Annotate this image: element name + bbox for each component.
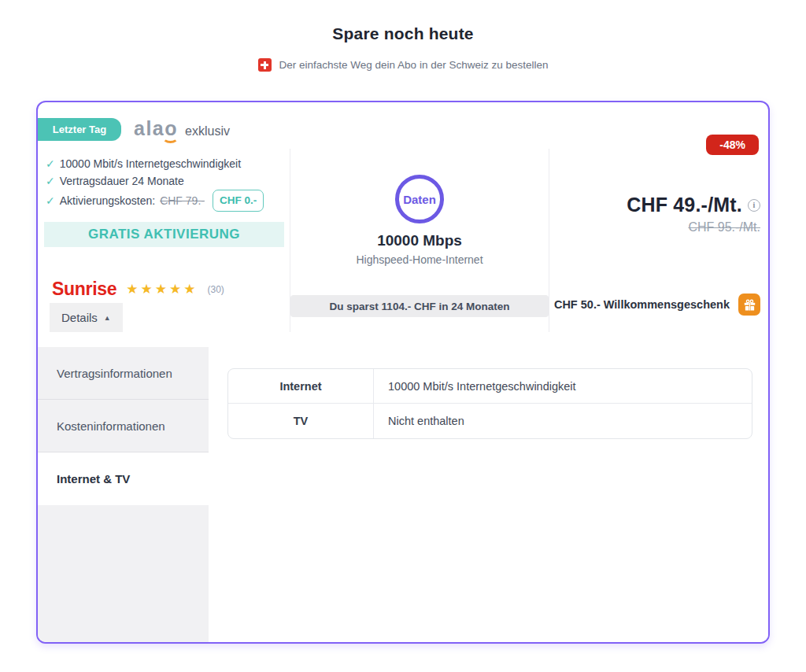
tab-kosteninformationen[interactable]: Kosteninformationen: [38, 400, 209, 452]
activation-old-price: CHF 79.-: [160, 192, 205, 209]
plan-description: Highspeed-Home-Internet: [356, 253, 482, 266]
feature-text: Aktivierungskosten:: [60, 192, 155, 209]
plan-column: Daten 10000 Mbps Highspeed-Home-Internet…: [290, 149, 549, 332]
feature-item-activation-cost: ✓ Aktivierungskosten: CHF 79.- CHF 0.-: [46, 190, 290, 212]
table-row-value: 10000 Mbit/s Internetgeschwindigkeit: [374, 369, 752, 403]
feature-item: ✓ Vertragsdauer 24 Monate: [46, 172, 290, 190]
table-row-label: Internet: [228, 369, 374, 403]
price-column: CHF 49.-/Mt. i CHF 95.-/Mt. CHF 50.- Wil…: [549, 149, 768, 332]
check-icon: ✓: [46, 192, 55, 209]
feature-column: ✓ 10000 Mbit/s Internetgeschwindigkeit ✓…: [38, 149, 290, 332]
plan-speed: 10000 Mbps: [377, 232, 462, 249]
offer-card-top: Letzter Tag alao exklusiv -48% ✓ 10000 M…: [38, 117, 768, 347]
page-subtitle-row: Der einfachste Weg dein Abo in der Schwe…: [0, 58, 806, 72]
details-table: Internet 10000 Mbit/s Internetgeschwindi…: [227, 368, 752, 439]
tabs-filler: [38, 505, 209, 644]
page-subtitle: Der einfachste Weg dein Abo in der Schwe…: [279, 59, 549, 71]
offer-columns: ✓ 10000 Mbit/s Internetgeschwindigkeit ✓…: [38, 149, 768, 332]
price-current: CHF 49.-/Mt.: [627, 194, 742, 216]
welcome-gift-row: CHF 50.- Willkommensgeschenk: [554, 294, 760, 316]
price-old: CHF 95.-/Mt.: [627, 220, 760, 234]
feature-item: ✓ 10000 Mbit/s Internetgeschwindigkeit: [46, 155, 290, 172]
feature-text: 10000 Mbit/s Internetgeschwindigkeit: [60, 155, 241, 172]
table-row: Internet 10000 Mbit/s Internetgeschwindi…: [228, 369, 752, 404]
gift-icon: [738, 294, 760, 316]
table-row: TV Nicht enthalten: [228, 404, 752, 438]
price-block: CHF 49.-/Mt. i CHF 95.-/Mt.: [627, 194, 760, 234]
details-section: Vertragsinformationen Kosteninformatione…: [38, 347, 768, 644]
reviews-count: (30): [207, 284, 224, 295]
chevron-up-icon: ▲: [104, 314, 111, 322]
provider-rating-row[interactable]: Sunrise ★★★★★ (30): [52, 279, 290, 300]
alao-logo: alao: [134, 119, 178, 140]
details-tabs: Vertragsinformationen Kosteninformatione…: [38, 347, 209, 644]
brand-suffix: exklusiv: [185, 124, 230, 138]
offer-card-header: Letzter Tag alao exklusiv: [38, 117, 768, 141]
details-toggle-button[interactable]: Details ▲: [50, 303, 123, 332]
offer-card: Letzter Tag alao exklusiv -48% ✓ 10000 M…: [36, 101, 770, 644]
page-header: Spare noch heute Der einfachste Weg dein…: [0, 0, 806, 72]
info-icon[interactable]: i: [748, 199, 760, 212]
tab-vertragsinformationen[interactable]: Vertragsinformationen: [38, 347, 209, 400]
activation-free-badge: CHF 0.-: [213, 190, 264, 212]
check-icon: ✓: [46, 172, 55, 190]
last-day-ribbon: Letzter Tag: [38, 118, 121, 141]
brand: alao exklusiv: [134, 119, 230, 140]
tab-internet-tv[interactable]: Internet & TV: [38, 452, 209, 505]
welcome-gift-text: CHF 50.- Willkommensgeschenk: [554, 298, 730, 311]
feature-text: Vertragsdauer 24 Monate: [60, 172, 184, 190]
daten-badge-label: Daten: [403, 193, 436, 206]
daten-badge: Daten: [395, 175, 444, 223]
page-title: Spare noch heute: [0, 24, 806, 43]
details-button-label: Details: [61, 311, 98, 324]
table-row-value: Nicht enthalten: [374, 404, 752, 438]
rating-stars-icon: ★★★★★: [126, 281, 198, 297]
tab-content: Internet 10000 Mbit/s Internetgeschwindi…: [209, 347, 768, 644]
check-icon: ✓: [46, 155, 55, 172]
swiss-flag-icon: [258, 58, 272, 72]
savings-bar: Du sparst 1104.- CHF in 24 Monaten: [290, 295, 549, 317]
table-row-label: TV: [228, 404, 374, 438]
sunrise-logo: Sunrise: [52, 279, 116, 300]
price-row: CHF 49.-/Mt. i: [627, 194, 760, 216]
free-activation-banner: GRATIS AKTIVIERUNG: [44, 222, 284, 247]
